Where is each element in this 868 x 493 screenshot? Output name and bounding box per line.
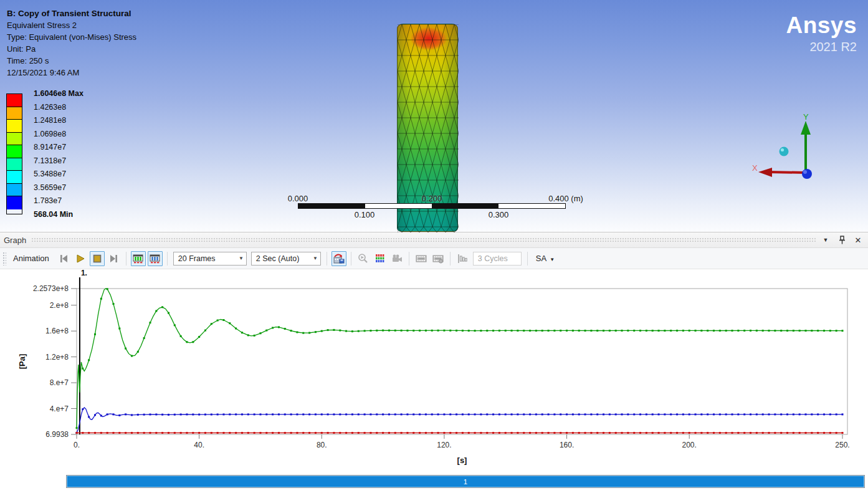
y-axis-label: Y: [803, 112, 809, 122]
timeline-time-steps-button[interactable]: [148, 251, 163, 266]
legend-color-bar: [6, 93, 22, 214]
frames-dropdown[interactable]: 20 Frames ▼: [173, 252, 247, 266]
result-sets-grid-button[interactable]: [373, 251, 388, 266]
ruler-segment: [432, 204, 498, 208]
close-icon[interactable]: ✕: [852, 234, 864, 246]
legend-value: 7.1318e7: [34, 156, 66, 165]
graph-panel-title: Graph: [4, 236, 26, 245]
filmstrip-gear-button[interactable]: [431, 251, 446, 266]
analysis-title: B: Copy of Transient Structural: [7, 7, 136, 19]
scale-ruler: 0.000 0.200 0.400 (m) 0.100 0.300: [298, 194, 566, 220]
export-video-button[interactable]: [331, 251, 346, 266]
camera-icon: [391, 254, 403, 264]
chart-canvas: 2.2573e+82.e+81.6e+81.2e+88.e+74.e+76.99…: [0, 269, 868, 472]
stop-button[interactable]: [90, 251, 105, 266]
export-video-icon: [333, 254, 345, 264]
cycles-input[interactable]: 3 Cycles: [473, 252, 522, 266]
chevron-down-icon[interactable]: ▼: [819, 234, 832, 246]
result-set-bar[interactable]: 1: [66, 475, 865, 488]
legend-value: 1.783e7: [34, 196, 62, 205]
legend-band: [7, 196, 22, 209]
ansys-brand-text: Ansys: [786, 14, 857, 37]
ansys-version-text: 2021 R2: [786, 41, 857, 53]
filmstrip-button[interactable]: [414, 251, 429, 266]
pin-icon[interactable]: [836, 234, 848, 246]
legend-band: [7, 133, 22, 146]
legend-value: 5.3488e7: [34, 170, 66, 178]
play-icon: [75, 254, 85, 264]
legend-band: [7, 145, 22, 158]
svg-text:4.e+7: 4.e+7: [50, 404, 69, 413]
toolbar-grip-handle[interactable]: [2, 252, 6, 266]
x-axis-arrowhead: [758, 168, 772, 177]
graph-panel-header[interactable]: Graph ▼ ✕: [0, 232, 868, 248]
z-axis-sphere-highlight: [803, 170, 807, 174]
z-axis-sphere: [802, 169, 812, 179]
chevron-down-icon: ▼: [550, 257, 555, 262]
svg-text:2.2573e+8: 2.2573e+8: [33, 284, 69, 293]
svg-text:2.e+8: 2.e+8: [50, 301, 69, 310]
svg-text:[Pa]: [Pa]: [17, 354, 27, 370]
svg-text:0.: 0.: [74, 441, 80, 449]
camera-button[interactable]: [389, 251, 404, 266]
ruler-segment: [298, 204, 365, 208]
result-sets-grid-icon: [375, 254, 384, 263]
legend-band: [7, 94, 22, 107]
cycles-button[interactable]: [455, 251, 470, 266]
sa-label: SA: [536, 254, 546, 263]
coordinate-triad[interactable]: Y X: [745, 112, 826, 186]
skip-to-end-icon: [109, 254, 119, 264]
legend-value: 1.0698e8: [34, 130, 66, 138]
legend-value: 3.5659e7: [34, 183, 66, 192]
chevron-down-icon: ▼: [234, 256, 244, 261]
result-annotation: B: Copy of Transient Structural Equivale…: [7, 7, 136, 79]
ruler-label-02: 0.200: [422, 194, 442, 203]
legend-value: 1.6046e8 Max: [34, 89, 83, 98]
update-result-button[interactable]: [356, 251, 371, 266]
x-axis-arrow: [770, 172, 806, 173]
toolbar-separator: [450, 252, 451, 266]
ruler-label-01: 0.100: [355, 210, 375, 219]
toolbar-separator: [351, 252, 351, 266]
legend-band: [7, 184, 22, 197]
sa-menu[interactable]: SA ▼: [536, 254, 555, 263]
animation-toolbar: Animation: [0, 248, 868, 269]
duration-dropdown[interactable]: 2 Sec (Auto) ▼: [251, 252, 321, 266]
toolbar-separator: [327, 252, 327, 266]
svg-text:200.: 200.: [682, 441, 697, 449]
timeline-time-steps-icon: [150, 254, 160, 264]
svg-text:8.e+7: 8.e+7: [50, 378, 69, 387]
play-button[interactable]: [73, 251, 88, 266]
result-date: 12/15/2021 9:46 AM: [7, 67, 136, 79]
isometric-ball[interactable]: [780, 147, 789, 156]
legend-value: 568.04 Min: [34, 210, 73, 219]
svg-text:120.: 120.: [437, 441, 451, 449]
result-set-label: 1: [464, 478, 467, 486]
ruler-segment: [498, 204, 565, 208]
svg-text:80.: 80.: [317, 441, 327, 449]
skip-to-start-button[interactable]: [56, 251, 71, 266]
result-name: Equivalent Stress 2: [7, 19, 136, 31]
panel-header-texture: [31, 237, 816, 242]
geometry-viewport[interactable]: B: Copy of Transient Structural Equivale…: [0, 0, 868, 232]
svg-text:160.: 160.: [560, 441, 574, 449]
chevron-down-icon: ▼: [308, 256, 318, 261]
ruler-label-03: 0.300: [489, 210, 509, 219]
legend-value: 1.4263e8: [34, 103, 66, 112]
svg-text:40.: 40.: [194, 441, 204, 449]
filmstrip-icon: [416, 254, 427, 264]
stop-icon: [92, 254, 102, 264]
svg-text:1.: 1.: [81, 269, 87, 277]
timeline-result-sets-button[interactable]: [131, 251, 146, 266]
skip-to-end-button[interactable]: [107, 251, 122, 266]
filmstrip-gear-icon: [432, 254, 444, 264]
legend-band: [7, 120, 22, 133]
stress-time-chart[interactable]: 2.2573e+82.e+81.6e+81.2e+88.e+74.e+76.99…: [0, 269, 868, 472]
cycles-icon: [457, 254, 468, 264]
ansys-logo: Ansys 2021 R2: [786, 14, 857, 53]
toolbar-separator: [409, 252, 409, 266]
svg-text:1.2e+8: 1.2e+8: [45, 353, 69, 361]
timeline-result-sets-icon: [133, 254, 143, 264]
svg-text:1.6e+8: 1.6e+8: [45, 327, 69, 335]
svg-text:250.: 250.: [835, 441, 849, 449]
